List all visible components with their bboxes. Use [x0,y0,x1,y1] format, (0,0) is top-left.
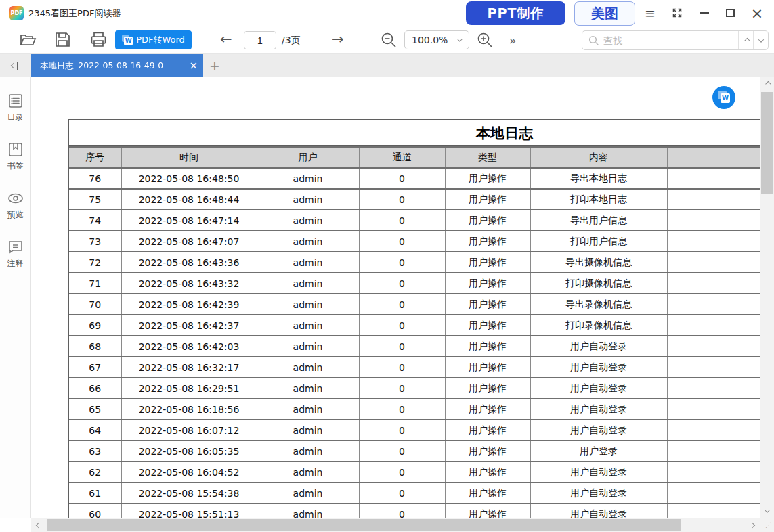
horizontal-scrollbar[interactable] [31,518,760,532]
minimize-button[interactable] [695,4,714,22]
pdf-to-word-button[interactable]: W PDF转Word [115,30,192,49]
table-cell: admin [257,462,359,483]
sidebar-item-preview[interactable]: 预览 [7,190,24,221]
table-cell: 2022-05-08 15:51:13 [121,504,257,518]
horizontal-scrollbar-thumb[interactable] [47,519,681,531]
close-button[interactable]: × [748,4,767,22]
tab-local-log[interactable]: 本地日志_2022-05-08-16-49-0 × [31,54,203,77]
table-cell: 用户操作 [445,483,530,504]
table-row: 732022-05-08 16:47:07admin0用户操作打印用户信息 [69,231,760,252]
vertical-scrollbar[interactable] [760,77,774,518]
next-page-icon[interactable]: → [332,31,344,47]
convert-to-word-float-button[interactable]: W [712,86,735,109]
table-cell: 70 [69,294,121,315]
table-row: 692022-05-08 16:42:37admin0用户操作打印录像机信息 [69,315,760,336]
print-icon[interactable] [90,31,107,48]
table-cell: 2022-05-08 16:42:03 [121,336,257,357]
word-doc-icon: W [122,35,133,45]
resize-grip[interactable]: ⋰ [760,518,774,532]
table-cell: admin [257,399,359,420]
table-cell: 65 [69,399,121,420]
column-header [667,147,760,168]
table-cell: 用户操作 [445,231,530,252]
table-row: 612022-05-08 15:54:38admin0用户操作用户自动登录 [69,483,760,504]
table-cell [667,504,760,518]
menu-icon[interactable]: ≡ [641,4,660,22]
vertical-scrollbar-thumb[interactable] [761,92,773,194]
table-cell: admin [257,168,359,189]
table-row: 762022-05-08 16:48:50admin0用户操作导出本地日志 [69,168,760,189]
table-cell: admin [257,504,359,518]
sidebar-item-toc[interactable]: 目录 [7,93,24,123]
table-row: 662022-05-08 16:29:51admin0用户操作用户自动登录 [69,378,760,399]
table-row: 682022-05-08 16:42:03admin0用户操作用户自动登录 [69,336,760,357]
comment-icon [7,239,24,255]
table-header-row: 序号时间用户通道类型内容 [69,147,760,168]
table-cell: 用户自动登录 [530,462,667,483]
table-cell: admin [257,231,359,252]
zoom-out-icon[interactable] [380,31,397,49]
ppt-maker-button[interactable]: PPT制作 [466,1,565,25]
app-title: 2345看图王PDF阅读器 [28,7,121,20]
table-cell: 0 [359,399,445,420]
table-cell [667,483,760,504]
scroll-down-icon[interactable] [760,504,774,518]
table-cell [667,294,760,315]
find-next-button[interactable] [753,31,768,49]
table-cell: 0 [359,441,445,462]
table-cell: 0 [359,252,445,273]
sidebar-item-annotations[interactable]: 注释 [7,239,24,269]
open-file-icon[interactable] [19,31,37,49]
table-cell: 用户自动登录 [530,357,667,378]
table-cell [667,441,760,462]
zoom-in-icon[interactable] [476,31,494,49]
zoom-level-select[interactable]: 100.0% [404,30,469,49]
table-cell: 61 [69,483,121,504]
table-cell: 用户操作 [445,441,530,462]
table-row: 712022-05-08 16:43:32admin0用户操作打印摄像机信息 [69,273,760,294]
toolbar: W PDF转Word ← /3页 → 100.0% » [0,26,774,54]
table-cell: 0 [359,378,445,399]
table-cell: 63 [69,441,121,462]
table-cell: 用户操作 [445,399,530,420]
table-cell: 打印摄像机信息 [530,273,667,294]
table-cell: 0 [359,273,445,294]
table-row: 642022-05-08 16:07:12admin0用户操作用户自动登录 [69,420,760,441]
scroll-right-icon[interactable] [745,518,760,532]
table-row: 742022-05-08 16:47:14admin0用户操作导出用户信息 [69,210,760,231]
table-cell: admin [257,189,359,210]
search-input[interactable] [599,35,738,46]
table-cell: 用户操作 [445,168,530,189]
table-cell: 用户操作 [445,315,530,336]
sidebar-item-bookmarks[interactable]: 书签 [7,141,24,172]
table-cell: 2022-05-08 16:48:50 [121,168,257,189]
scroll-left-icon[interactable] [31,518,46,532]
table-cell: admin [257,378,359,399]
maximize-button[interactable] [721,4,739,22]
column-header: 时间 [121,147,257,168]
table-cell: 用户操作 [445,420,530,441]
page-number-input[interactable] [244,31,276,49]
find-previous-button[interactable] [738,31,753,49]
fullscreen-icon[interactable] [668,4,687,22]
search-box [582,30,769,50]
previous-page-icon[interactable]: ← [220,31,232,47]
word-doc-icon: W [721,93,730,103]
table-cell: 用户操作 [445,504,530,518]
table-cell: 用户操作 [445,273,530,294]
table-cell: 用户自动登录 [530,378,667,399]
meitu-button[interactable]: 美图 [574,1,635,26]
chevron-down-icon [457,36,463,41]
table-cell [667,399,760,420]
page-total-label: /3页 [282,35,301,47]
table-row: 622022-05-08 16:04:52admin0用户操作用户自动登录 [69,462,760,483]
table-cell: 打印用户信息 [530,231,667,252]
save-icon[interactable] [54,31,71,48]
tab-close-icon[interactable]: × [189,60,198,72]
table-cell [667,462,760,483]
more-tools-icon[interactable]: » [509,34,516,47]
table-cell: 0 [359,462,445,483]
collapse-panel-icon[interactable] [7,58,23,73]
new-tab-button[interactable]: + [207,58,222,73]
scroll-up-icon[interactable] [760,77,774,91]
